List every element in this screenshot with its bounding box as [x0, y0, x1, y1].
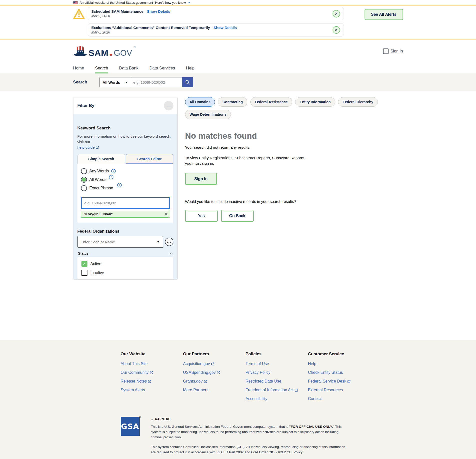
footer-link-release-notes[interactable]: Release Notes	[121, 379, 183, 384]
tab-search-editor[interactable]: Search Editor	[126, 154, 173, 164]
domain-pill-contracting[interactable]: Contracting	[218, 97, 247, 107]
see-all-alerts-button[interactable]: See All Alerts	[365, 9, 403, 20]
radio-any-words[interactable]	[81, 168, 87, 174]
alert-date: Mar 6, 2026	[91, 30, 333, 34]
footer-link-privacy-policy[interactable]: Privacy Policy	[246, 370, 308, 375]
footer-link-external-resources[interactable]: External Resources	[308, 388, 371, 392]
show-details-link[interactable]: Show Details	[147, 9, 170, 13]
footer-link-contact[interactable]: Contact	[308, 397, 371, 401]
show-details-link[interactable]: Show Details	[213, 25, 237, 30]
domain-pill-all-domains[interactable]: All Domains	[185, 97, 215, 107]
go-back-button[interactable]: Go Back	[221, 210, 254, 222]
footer-link-label: System Alerts	[121, 388, 145, 392]
footer-link-label: Our Community	[121, 370, 149, 375]
footer-link-label: Accessibility	[246, 397, 267, 401]
status-option-active[interactable]: ✓ Active	[81, 261, 169, 267]
footer-col-policies: Policies Terms of Use Privacy Policy Res…	[246, 352, 308, 405]
domain-pill-federal-assistance[interactable]: Federal Assistance	[250, 97, 292, 107]
status-option-inactive[interactable]: Inactive	[81, 270, 169, 276]
checkbox-checked-icon[interactable]: ✓	[81, 261, 87, 267]
how-you-know-link[interactable]: Here’s how you know	[155, 1, 186, 4]
nav-item-search[interactable]: Search	[95, 63, 108, 73]
svg-text:★: ★	[82, 51, 83, 53]
close-icon[interactable]: ✕	[333, 26, 340, 34]
logo-sam-text: SAM	[89, 49, 108, 57]
footer-link-check-entity-status[interactable]: Check Entity Status	[308, 370, 371, 375]
radio-all-words[interactable]	[81, 177, 87, 183]
uncle-sam-hat-icon: ★ ★ ★	[73, 45, 87, 57]
status-options-box: ✓ Active Inactive	[77, 257, 173, 280]
nav-item-data-services[interactable]: Data Services	[149, 63, 175, 73]
help-guide-link[interactable]: help guide	[77, 145, 99, 150]
footer-link-system-alerts[interactable]: System Alerts	[121, 388, 183, 392]
footer-link-foia[interactable]: Freedom of Information Act	[246, 388, 308, 392]
keyword-search-heading: Keyword Search	[77, 126, 173, 131]
radio-exact-phrase[interactable]	[81, 185, 87, 191]
keyword-input[interactable]	[82, 197, 169, 208]
footer-link-federal-service-desk[interactable]: Federal Service Desk	[308, 379, 371, 384]
gsa-warning-section: GSA ® ⚠ WARNING This is a U.S. General S…	[73, 417, 403, 459]
footer-link-our-community[interactable]: Our Community	[121, 370, 183, 375]
svg-text:★: ★	[80, 51, 81, 53]
us-flag-icon	[73, 1, 78, 4]
keyword-info-text: For more information on how to use our k…	[77, 134, 171, 144]
chevron-up-icon[interactable]	[169, 251, 173, 255]
status-active-label: Active	[90, 262, 101, 266]
federal-org-select[interactable]: Enter Code or Name ▼	[77, 236, 163, 248]
remove-tag-icon[interactable]: ×	[165, 212, 167, 216]
collapse-filters-button[interactable]: —	[164, 101, 173, 110]
nav-item-home[interactable]: Home	[73, 63, 84, 73]
search-strip: Search All Words ▼	[0, 73, 476, 91]
sign-in-link[interactable]: ← Sign In	[383, 48, 403, 54]
yes-button[interactable]: Yes	[185, 210, 218, 222]
include-inactive-question: Would you like to include inactive recor…	[185, 199, 403, 204]
footer-link-restricted-data-use[interactable]: Restricted Data Use	[246, 379, 308, 384]
nav-item-help[interactable]: Help	[186, 63, 195, 73]
search-mode-select[interactable]: All Words ▼	[99, 77, 131, 87]
footer-link-label: Restricted Data Use	[246, 379, 281, 384]
domain-pill-federal-hierarchy[interactable]: Federal Hierarchy	[338, 97, 378, 107]
info-icon[interactable]: i	[117, 183, 122, 187]
main-content: Filter By — Keyword Search For more info…	[0, 91, 476, 340]
footer-link-label: Check Entity Status	[308, 370, 343, 375]
info-icon[interactable]: i	[109, 175, 113, 179]
warning-triangle-icon	[73, 7, 88, 36]
footer-link-label: External Resources	[308, 388, 343, 392]
footer-col-customer-service: Customer Service Help Check Entity Statu…	[308, 352, 371, 405]
footer-link-usaspending-gov[interactable]: USASpending.gov	[183, 370, 246, 375]
footer-link-about-this-site[interactable]: About This Site	[121, 362, 183, 366]
footer-link-more-partners[interactable]: More Partners	[183, 388, 246, 392]
filter-panel: Filter By — Keyword Search For more info…	[73, 97, 178, 280]
search-submit-button[interactable]	[182, 77, 193, 87]
status-heading: Status	[78, 251, 89, 255]
gsa-logo-text: GSA	[121, 422, 139, 431]
warning-paragraph-2: This system contains Controlled Unclassi…	[151, 445, 348, 455]
warning-outline-icon: ⚠	[151, 417, 153, 421]
no-matches-subtitle: Your search did not return any results.	[185, 145, 403, 150]
footer-link-acquisition-gov[interactable]: Acquisition.gov	[183, 362, 246, 366]
search-input[interactable]	[131, 77, 182, 87]
more-options-icon[interactable]: •••	[165, 238, 173, 246]
footer-link-accessibility[interactable]: Accessibility	[246, 397, 308, 401]
chevron-down-icon: ▼	[188, 1, 190, 4]
checkbox-unchecked-icon[interactable]	[81, 270, 87, 276]
sam-gov-logo[interactable]: ★ ★ ★ SAM★GOV ®	[73, 45, 136, 57]
nav-item-data-bank[interactable]: Data Bank	[119, 63, 138, 73]
site-footer: Our Website About This Site Our Communit…	[0, 340, 476, 459]
status-inactive-label: Inactive	[90, 271, 104, 275]
footer-link-label: Release Notes	[121, 379, 147, 384]
alert-title: Scheduled SAM Maintenance	[91, 9, 143, 13]
footer-link-grants-gov[interactable]: Grants.gov	[183, 379, 246, 384]
footer-link-label: Contact	[308, 397, 322, 401]
footer-link-label: About This Site	[121, 362, 148, 366]
warning-bold-text: "FOR OFFICIAL USE ONLY."	[289, 425, 334, 429]
footer-link-label: Help	[308, 362, 316, 366]
footer-link-help[interactable]: Help	[308, 362, 371, 366]
footer-link-terms-of-use[interactable]: Terms of Use	[246, 362, 308, 366]
tab-simple-search[interactable]: Simple Search	[77, 154, 125, 164]
domain-pill-wage-determinations[interactable]: Wage Determinations	[185, 110, 231, 119]
close-icon[interactable]: ✕	[333, 10, 340, 17]
info-icon[interactable]: i	[111, 169, 116, 173]
sign-in-button[interactable]: Sign In	[185, 173, 217, 185]
domain-pill-entity-information[interactable]: Entity Information	[295, 97, 335, 107]
